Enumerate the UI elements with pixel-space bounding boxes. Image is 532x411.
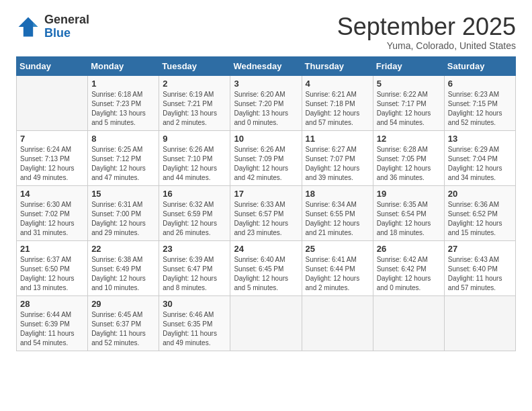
- day-number: 19: [377, 189, 441, 199]
- calendar-header-thursday: Thursday: [302, 56, 373, 75]
- calendar-cell: 12Sunrise: 6:28 AMSunset: 7:05 PMDayligh…: [373, 130, 444, 185]
- day-number: 7: [20, 134, 84, 144]
- day-info: Sunrise: 6:22 AMSunset: 7:17 PMDaylight:…: [377, 90, 441, 128]
- logo-text: General Blue: [44, 13, 89, 40]
- day-info: Sunrise: 6:34 AMSunset: 6:55 PMDaylight:…: [306, 200, 369, 238]
- calendar-cell: 27Sunrise: 6:43 AMSunset: 6:40 PMDayligh…: [444, 240, 515, 295]
- day-info: Sunrise: 6:30 AMSunset: 7:02 PMDaylight:…: [20, 200, 84, 238]
- day-number: 1: [91, 79, 155, 89]
- calendar-cell: 15Sunrise: 6:31 AMSunset: 7:00 PMDayligh…: [88, 185, 159, 240]
- day-info: Sunrise: 6:32 AMSunset: 6:59 PMDaylight:…: [163, 200, 226, 238]
- day-number: 9: [163, 134, 226, 144]
- calendar-cell: [17, 75, 88, 130]
- calendar-cell: 21Sunrise: 6:37 AMSunset: 6:50 PMDayligh…: [17, 240, 88, 295]
- calendar-cell: 10Sunrise: 6:26 AMSunset: 7:09 PMDayligh…: [230, 130, 302, 185]
- calendar-header-tuesday: Tuesday: [159, 56, 230, 75]
- calendar-week-5: 28Sunrise: 6:44 AMSunset: 6:39 PMDayligh…: [17, 295, 516, 351]
- calendar-week-1: 1Sunrise: 6:18 AMSunset: 7:23 PMDaylight…: [17, 75, 516, 130]
- day-info: Sunrise: 6:41 AMSunset: 6:44 PMDaylight:…: [306, 255, 369, 293]
- day-info: Sunrise: 6:33 AMSunset: 6:57 PMDaylight:…: [234, 200, 298, 238]
- day-number: 6: [448, 79, 512, 89]
- day-number: 11: [306, 134, 369, 144]
- day-info: Sunrise: 6:42 AMSunset: 6:42 PMDaylight:…: [377, 255, 441, 293]
- day-info: Sunrise: 6:45 AMSunset: 6:37 PMDaylight:…: [91, 310, 155, 348]
- calendar-cell: 1Sunrise: 6:18 AMSunset: 7:23 PMDaylight…: [88, 75, 159, 130]
- calendar-cell: 5Sunrise: 6:22 AMSunset: 7:17 PMDaylight…: [373, 75, 444, 130]
- title-block: September 2025 Yuma, Colorado, United St…: [337, 13, 516, 51]
- day-info: Sunrise: 6:35 AMSunset: 6:54 PMDaylight:…: [377, 200, 441, 238]
- calendar-week-2: 7Sunrise: 6:24 AMSunset: 7:13 PMDaylight…: [17, 130, 516, 185]
- day-number: 10: [234, 134, 298, 144]
- day-number: 3: [234, 79, 298, 89]
- logo-icon: [16, 15, 40, 39]
- day-info: Sunrise: 6:38 AMSunset: 6:49 PMDaylight:…: [91, 255, 155, 293]
- calendar-week-4: 21Sunrise: 6:37 AMSunset: 6:50 PMDayligh…: [17, 240, 516, 295]
- day-number: 8: [91, 134, 155, 144]
- day-number: 27: [448, 244, 512, 254]
- calendar-cell: [230, 295, 302, 351]
- day-number: 25: [306, 244, 369, 254]
- day-info: Sunrise: 6:20 AMSunset: 7:20 PMDaylight:…: [234, 90, 298, 128]
- month-title: September 2025: [337, 13, 516, 40]
- calendar-header-monday: Monday: [88, 56, 159, 75]
- calendar-header-row: SundayMondayTuesdayWednesdayThursdayFrid…: [17, 56, 516, 75]
- calendar-cell: 2Sunrise: 6:19 AMSunset: 7:21 PMDaylight…: [159, 75, 230, 130]
- day-number: 15: [91, 189, 155, 199]
- calendar-cell: 23Sunrise: 6:39 AMSunset: 6:47 PMDayligh…: [159, 240, 230, 295]
- day-info: Sunrise: 6:19 AMSunset: 7:21 PMDaylight:…: [163, 90, 226, 128]
- day-number: 13: [448, 134, 512, 144]
- calendar-cell: 18Sunrise: 6:34 AMSunset: 6:55 PMDayligh…: [302, 185, 373, 240]
- calendar-cell: 20Sunrise: 6:36 AMSunset: 6:52 PMDayligh…: [444, 185, 515, 240]
- day-info: Sunrise: 6:29 AMSunset: 7:04 PMDaylight:…: [448, 145, 512, 183]
- calendar-cell: 24Sunrise: 6:40 AMSunset: 6:45 PMDayligh…: [230, 240, 302, 295]
- day-info: Sunrise: 6:39 AMSunset: 6:47 PMDaylight:…: [163, 255, 226, 293]
- calendar-cell: 4Sunrise: 6:21 AMSunset: 7:18 PMDaylight…: [302, 75, 373, 130]
- day-number: 17: [234, 189, 298, 199]
- day-number: 22: [91, 244, 155, 254]
- calendar-header-friday: Friday: [373, 56, 444, 75]
- day-info: Sunrise: 6:25 AMSunset: 7:12 PMDaylight:…: [91, 145, 155, 183]
- calendar-cell: [444, 295, 515, 351]
- calendar-cell: 6Sunrise: 6:23 AMSunset: 7:15 PMDaylight…: [444, 75, 515, 130]
- location: Yuma, Colorado, United States: [337, 40, 516, 51]
- calendar-cell: [302, 295, 373, 351]
- day-number: 2: [163, 79, 226, 89]
- calendar-cell: 30Sunrise: 6:46 AMSunset: 6:35 PMDayligh…: [159, 295, 230, 351]
- day-number: 12: [377, 134, 441, 144]
- calendar-cell: 26Sunrise: 6:42 AMSunset: 6:42 PMDayligh…: [373, 240, 444, 295]
- day-info: Sunrise: 6:21 AMSunset: 7:18 PMDaylight:…: [306, 90, 369, 128]
- day-number: 30: [163, 299, 226, 309]
- day-number: 5: [377, 79, 441, 89]
- calendar-cell: 11Sunrise: 6:27 AMSunset: 7:07 PMDayligh…: [302, 130, 373, 185]
- calendar-cell: 7Sunrise: 6:24 AMSunset: 7:13 PMDaylight…: [17, 130, 88, 185]
- calendar-cell: 16Sunrise: 6:32 AMSunset: 6:59 PMDayligh…: [159, 185, 230, 240]
- calendar-cell: 19Sunrise: 6:35 AMSunset: 6:54 PMDayligh…: [373, 185, 444, 240]
- day-number: 23: [163, 244, 226, 254]
- logo-blue: Blue: [44, 26, 71, 40]
- day-number: 29: [91, 299, 155, 309]
- calendar-cell: [373, 295, 444, 351]
- day-number: 24: [234, 244, 298, 254]
- calendar-header-wednesday: Wednesday: [230, 56, 302, 75]
- day-number: 28: [20, 299, 84, 309]
- calendar-cell: 25Sunrise: 6:41 AMSunset: 6:44 PMDayligh…: [302, 240, 373, 295]
- day-info: Sunrise: 6:26 AMSunset: 7:09 PMDaylight:…: [234, 145, 298, 183]
- calendar-header-saturday: Saturday: [444, 56, 515, 75]
- day-info: Sunrise: 6:44 AMSunset: 6:39 PMDaylight:…: [20, 310, 84, 348]
- calendar-cell: 8Sunrise: 6:25 AMSunset: 7:12 PMDaylight…: [88, 130, 159, 185]
- logo: General Blue: [16, 13, 89, 40]
- calendar-cell: 13Sunrise: 6:29 AMSunset: 7:04 PMDayligh…: [444, 130, 515, 185]
- calendar-cell: 17Sunrise: 6:33 AMSunset: 6:57 PMDayligh…: [230, 185, 302, 240]
- calendar-table: SundayMondayTuesdayWednesdayThursdayFrid…: [16, 56, 516, 351]
- day-info: Sunrise: 6:31 AMSunset: 7:00 PMDaylight:…: [91, 200, 155, 238]
- day-number: 21: [20, 244, 84, 254]
- page-header: General Blue September 2025 Yuma, Colora…: [16, 13, 516, 51]
- day-number: 14: [20, 189, 84, 199]
- day-info: Sunrise: 6:37 AMSunset: 6:50 PMDaylight:…: [20, 255, 84, 293]
- day-info: Sunrise: 6:27 AMSunset: 7:07 PMDaylight:…: [306, 145, 369, 183]
- day-info: Sunrise: 6:23 AMSunset: 7:15 PMDaylight:…: [448, 90, 512, 128]
- day-info: Sunrise: 6:18 AMSunset: 7:23 PMDaylight:…: [91, 90, 155, 128]
- day-info: Sunrise: 6:36 AMSunset: 6:52 PMDaylight:…: [448, 200, 512, 238]
- day-info: Sunrise: 6:26 AMSunset: 7:10 PMDaylight:…: [163, 145, 226, 183]
- day-info: Sunrise: 6:46 AMSunset: 6:35 PMDaylight:…: [163, 310, 226, 348]
